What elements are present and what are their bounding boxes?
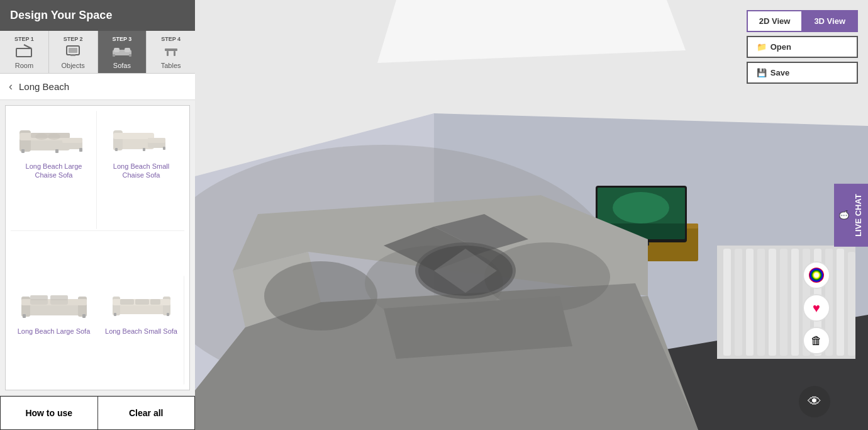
small-chaise-image	[104, 118, 179, 162]
step4-label: STEP 4	[161, 36, 181, 42]
open-button[interactable]: 📁 Open	[747, 36, 858, 58]
svg-point-77	[264, 261, 377, 331]
svg-rect-11	[174, 51, 175, 56]
svg-rect-3	[70, 54, 75, 56]
open-icon: 📁	[757, 42, 767, 52]
chat-icon: 💬	[839, 210, 849, 220]
svg-rect-0	[16, 48, 31, 57]
delete-button[interactable]: 🗑	[803, 327, 830, 354]
product-small-chaise[interactable]: Long Beach Small Chaise Sofa	[98, 111, 184, 229]
svg-rect-5	[114, 48, 120, 52]
breadcrumb-label: Long Beach	[19, 81, 69, 92]
save-icon: 💾	[757, 68, 767, 77]
main-area: 2D View 3D View 📁 Open 💾 Save 💬 LIVE CHA…	[195, 0, 868, 430]
svg-rect-65	[735, 249, 742, 356]
svg-rect-48	[114, 313, 116, 316]
left-panel: Design Your Space STEP 1 Room STEP 2	[0, 0, 195, 430]
step-sofas[interactable]: STEP 3 Sofas	[98, 31, 147, 73]
svg-point-22	[48, 133, 60, 140]
breadcrumb: ‹ Long Beach	[0, 74, 195, 100]
heart-icon: ♥	[813, 301, 820, 315]
small-sofa-image	[104, 283, 179, 327]
step-objects[interactable]: STEP 2 Objects	[49, 31, 98, 73]
step-room[interactable]: STEP 1 Room	[0, 31, 49, 73]
save-label: Save	[771, 68, 789, 77]
step4-icon	[162, 43, 180, 60]
app-title: Design Your Space	[10, 9, 112, 21]
svg-rect-74	[837, 249, 844, 356]
svg-rect-49	[167, 313, 169, 316]
svg-rect-70	[791, 249, 799, 356]
product-small-sofa-name: Long Beach Small Sofa	[105, 327, 177, 336]
svg-rect-68	[769, 249, 776, 356]
svg-rect-47	[150, 299, 160, 305]
room-scene: 2D View 3D View 📁 Open 💾 Save 💬 LIVE CHA…	[195, 0, 868, 430]
svg-point-83	[814, 273, 819, 278]
app-header: Design Your Space	[0, 0, 195, 31]
step2-label: STEP 2	[64, 36, 83, 42]
step3-icon	[111, 43, 133, 60]
svg-rect-8	[129, 54, 131, 57]
step1-name: Room	[15, 62, 33, 69]
svg-rect-20	[79, 148, 82, 152]
eye-view-button[interactable]: 👁	[799, 386, 830, 417]
step-tables[interactable]: STEP 4 Tables	[147, 31, 195, 73]
favorite-button[interactable]: ♥	[803, 294, 830, 322]
view-controls: 2D View 3D View 📁 Open 💾 Save	[747, 10, 858, 84]
svg-rect-17	[62, 138, 82, 143]
back-button[interactable]: ‹	[9, 80, 13, 93]
svg-rect-19	[55, 149, 58, 153]
step2-icon	[64, 43, 82, 60]
step4-name: Tables	[161, 62, 181, 69]
eye-icon: 👁	[808, 393, 821, 410]
product-large-chaise[interactable]: Long Beach Large Chaise Sofa	[11, 111, 97, 229]
svg-rect-45	[120, 299, 134, 305]
large-sofa-image	[16, 283, 92, 327]
open-label: Open	[771, 42, 791, 52]
live-chat-tab[interactable]: 💬 LIVE CHAT	[834, 184, 868, 247]
product-small-chaise-name: Long Beach Small Chaise Sofa	[103, 162, 180, 180]
product-large-sofa-name: Long Beach Large Sofa	[18, 327, 91, 336]
svg-rect-25	[113, 133, 154, 139]
product-large-sofa[interactable]: Long Beach Large Sofa	[11, 276, 97, 385]
bottom-buttons: How to use Clear all	[0, 395, 195, 430]
clear-all-button[interactable]: Clear all	[97, 396, 196, 430]
product-large-chaise-name: Long Beach Large Chaise Sofa	[15, 162, 92, 180]
svg-rect-37	[30, 295, 48, 300]
view-2d-button[interactable]: 2D View	[747, 10, 802, 32]
svg-rect-69	[780, 249, 787, 356]
how-to-use-button[interactable]: How to use	[0, 396, 97, 430]
step3-label: STEP 3	[112, 36, 131, 42]
save-button[interactable]: 💾 Save	[747, 62, 858, 84]
svg-rect-66	[746, 249, 754, 356]
svg-point-21	[35, 133, 48, 140]
svg-rect-9	[165, 48, 177, 51]
svg-rect-46	[135, 299, 149, 305]
svg-rect-64	[723, 249, 731, 356]
product-small-sofa[interactable]: Long Beach Small Sofa	[98, 276, 184, 385]
svg-rect-27	[148, 138, 165, 143]
color-wheel-button[interactable]	[803, 261, 830, 289]
svg-rect-6	[125, 48, 130, 52]
svg-rect-28	[115, 148, 118, 151]
step2-name: Objects	[61, 62, 84, 69]
svg-rect-67	[757, 249, 765, 356]
steps-bar: STEP 1 Room STEP 2 Objects STEP 3	[0, 31, 195, 74]
svg-rect-29	[143, 148, 145, 151]
product-grid: Long Beach Large Chaise Sofa Long Beach …	[5, 105, 190, 390]
svg-rect-40	[82, 314, 86, 318]
svg-rect-39	[23, 314, 26, 318]
svg-rect-38	[50, 295, 68, 300]
step1-label: STEP 1	[14, 36, 34, 42]
view-3d-button[interactable]: 3D View	[801, 10, 858, 32]
svg-rect-10	[167, 51, 169, 56]
row-divider	[11, 230, 184, 231]
svg-rect-75	[848, 252, 855, 356]
live-chat-label: LIVE CHAT	[854, 194, 863, 237]
trash-icon: 🗑	[811, 334, 822, 348]
svg-rect-18	[21, 149, 25, 153]
view-toggle: 2D View 3D View	[747, 10, 858, 32]
step1-icon	[15, 43, 33, 60]
floating-actions: ♥ 🗑	[803, 261, 830, 354]
svg-point-60	[613, 192, 669, 223]
